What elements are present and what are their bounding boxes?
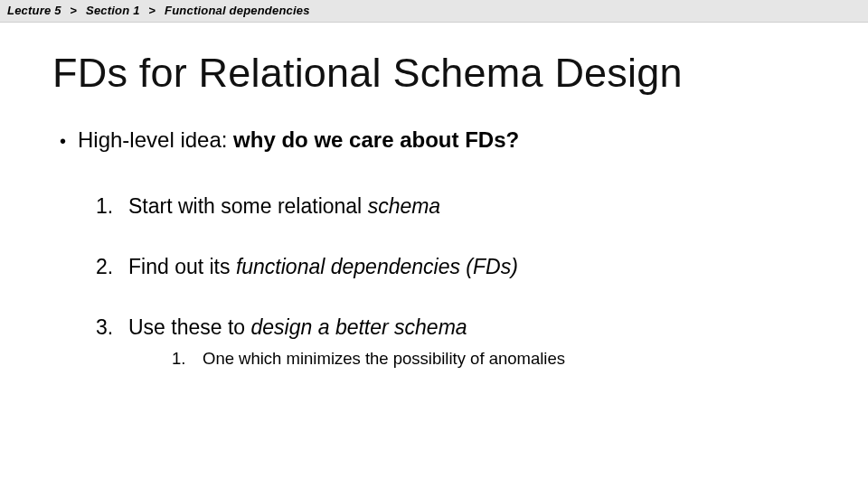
- step-emphasis: design a better schema: [251, 315, 467, 339]
- breadcrumb-part-2: Section 1: [86, 4, 140, 17]
- sub-text: One which minimizes the possibility of a…: [203, 349, 565, 369]
- step-lead: Start with some relational: [128, 194, 368, 218]
- sub-number: 1.: [172, 349, 203, 369]
- step-text: Find out its functional dependencies (FD…: [128, 255, 518, 279]
- step-number: 2.: [96, 255, 128, 279]
- step-text: Use these to design a better schema: [128, 315, 467, 340]
- step-lead: Use these to: [128, 315, 251, 339]
- bullet-lead: High-level idea:: [78, 127, 233, 152]
- step-emphasis: functional dependencies (FDs): [236, 255, 518, 278]
- step-lead: Find out its: [128, 255, 236, 278]
- sub-item-1: 1. One which minimizes the possibility o…: [172, 349, 816, 369]
- slide-title: FDs for Relational Schema Design: [52, 50, 816, 97]
- bullet-bold: why do we care about FDs?: [233, 127, 519, 152]
- breadcrumb-sep-2: >: [143, 4, 161, 17]
- step-text: Start with some relational schema: [128, 194, 440, 219]
- numbered-list: 1. Start with some relational schema 2. …: [96, 194, 816, 340]
- bullet-text: High-level idea: why do we care about FD…: [78, 127, 519, 153]
- breadcrumb: Lecture 5 > Section 1 > Functional depen…: [0, 0, 868, 23]
- bullet-dot-icon: •: [60, 131, 78, 152]
- bullet-item: • High-level idea: why do we care about …: [60, 127, 816, 153]
- step-number: 3.: [96, 315, 128, 340]
- breadcrumb-sep-1: >: [64, 4, 82, 17]
- step-item-1: 1. Start with some relational schema: [96, 194, 816, 219]
- breadcrumb-part-1: Lecture 5: [7, 4, 61, 17]
- step-emphasis: schema: [368, 194, 441, 218]
- step-item-2: 2. Find out its functional dependencies …: [96, 255, 816, 279]
- step-number: 1.: [96, 194, 128, 219]
- step-item-3: 3. Use these to design a better schema: [96, 315, 816, 340]
- breadcrumb-part-3: Functional dependencies: [165, 4, 310, 17]
- slide-body: FDs for Relational Schema Design • High-…: [0, 23, 868, 369]
